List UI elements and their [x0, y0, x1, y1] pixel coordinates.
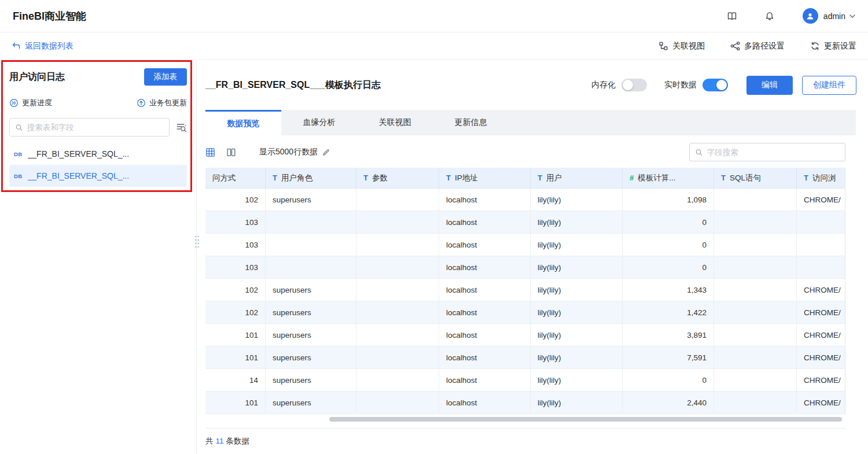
column-label: 访问浏 — [812, 173, 836, 183]
table-cell: superusers — [266, 301, 356, 324]
edit-pencil-icon[interactable] — [322, 148, 330, 157]
table-cell — [714, 189, 797, 211]
notification-bell-icon[interactable] — [764, 11, 775, 21]
table-cell: lily(lily) — [531, 392, 623, 414]
subbar-actions: 关联视图 多路径设置 更新设置 — [659, 41, 856, 51]
table-cell: lily(lily) — [531, 346, 623, 369]
table-list-item[interactable]: DB__FR_BI_SERVER_SQL_... — [9, 143, 187, 165]
row-limit-control: 显示5000行数据 — [259, 147, 330, 157]
table-cell: 0 — [623, 211, 714, 234]
table-cell — [714, 369, 797, 392]
tab-3[interactable]: 更新信息 — [433, 110, 509, 135]
table-row: 103localhostlily(lily)0 — [205, 211, 845, 234]
action-label: 多路径设置 — [744, 41, 785, 51]
multipath-settings-button[interactable]: 多路径设置 — [730, 41, 785, 51]
update-progress-button[interactable]: 更新进度 — [9, 98, 52, 108]
edit-button[interactable]: 编辑 — [746, 76, 793, 95]
table-cell: CHROME/ — [797, 279, 845, 301]
add-table-button[interactable]: 添加表 — [144, 68, 187, 86]
sidebar-search-box[interactable] — [9, 118, 170, 136]
table-cell: 7,591 — [623, 346, 714, 369]
table-cell — [356, 256, 439, 279]
table-cell: localhost — [439, 324, 531, 346]
table-list-item[interactable]: DB__FR_BI_SERVER_SQL_... — [9, 165, 187, 187]
table-cell — [714, 234, 797, 256]
db-table-icon: DB — [14, 173, 23, 179]
grid-view-icon[interactable] — [205, 147, 215, 157]
horizontal-scrollbar[interactable] — [329, 417, 842, 422]
realtime-toggle[interactable] — [703, 79, 728, 91]
filter-search-icon[interactable] — [176, 122, 187, 133]
table-cell: lily(lily) — [531, 301, 623, 324]
search-icon — [15, 123, 23, 132]
column-header[interactable]: T参数 — [356, 168, 439, 188]
table-cell: 103 — [205, 256, 266, 279]
table-name: __FR_BI_SERVER_SQL_... — [28, 171, 130, 180]
docs-book-icon[interactable] — [726, 11, 738, 21]
package-update-button[interactable]: 业务包更新 — [137, 98, 187, 108]
column-label: 模板计算... — [638, 173, 675, 183]
package-update-icon — [137, 98, 146, 108]
column-header[interactable]: #模板计算... — [623, 168, 714, 188]
column-header[interactable]: TSQL语句 — [714, 168, 797, 188]
action-label: 关联视图 — [672, 41, 705, 51]
create-component-button[interactable]: 创建组件 — [802, 76, 856, 95]
table-cell — [797, 256, 845, 279]
text-type-icon: T — [538, 174, 542, 182]
package-title: 用户访问日志 — [9, 71, 65, 83]
tab-0[interactable]: 数据预览 — [205, 110, 281, 135]
tab-1[interactable]: 血缘分析 — [281, 110, 357, 135]
text-type-icon: T — [446, 174, 451, 182]
user-menu[interactable]: admin — [803, 8, 855, 24]
package-update-label: 业务包更新 — [149, 98, 187, 108]
table-cell: 0 — [623, 256, 714, 279]
text-type-icon: T — [273, 174, 277, 182]
package-actions: 更新进度 业务包更新 — [9, 98, 187, 108]
table-cell — [714, 324, 797, 346]
view-switch-icons — [205, 147, 236, 157]
update-progress-icon — [9, 98, 19, 108]
linked-view-button[interactable]: 关联视图 — [659, 41, 705, 51]
table-cell — [266, 256, 356, 279]
update-settings-button[interactable]: 更新设置 — [810, 41, 856, 51]
table-cell: localhost — [439, 301, 531, 324]
table-cell: 102 — [205, 279, 266, 301]
dataset-title: __FR_BI_SERVER_SQL___模板执行日志 — [205, 79, 381, 91]
table-cell: 1,098 — [623, 189, 714, 211]
table-cell — [356, 346, 439, 369]
dataset-header: __FR_BI_SERVER_SQL___模板执行日志 内存化 实时数据 编辑 … — [205, 60, 856, 110]
column-header[interactable]: T用户 — [531, 168, 623, 188]
table-cell — [356, 234, 439, 256]
table-cell: localhost — [439, 211, 531, 234]
table-cell — [356, 392, 439, 414]
table-cell: 102 — [205, 189, 266, 211]
table-cell: CHROME/ — [797, 346, 845, 369]
memory-toggle[interactable] — [621, 79, 647, 91]
sidebar-search-input[interactable] — [27, 123, 164, 132]
tab-2[interactable]: 关联视图 — [357, 110, 433, 135]
table-cell: 101 — [205, 324, 266, 346]
table-cell: lily(lily) — [531, 189, 623, 211]
column-header[interactable]: TIP地址 — [439, 168, 531, 188]
table-cell — [797, 234, 845, 256]
table-cell: CHROME/ — [797, 369, 845, 392]
username: admin — [823, 12, 845, 21]
table-cell: localhost — [439, 346, 531, 369]
sidebar-resize-handle[interactable] — [194, 235, 200, 250]
column-label: SQL语句 — [730, 173, 761, 183]
data-preview-table: 问方式T用户角色T参数TIP地址T用户#模板计算...TSQL语句T访问浏 10… — [205, 168, 845, 414]
realtime-toggle-label: 实时数据 — [664, 80, 697, 90]
table-cell: 103 — [205, 211, 266, 234]
field-search-input[interactable] — [707, 148, 840, 157]
card-view-icon[interactable] — [226, 147, 236, 157]
sub-toolbar: 返回数据列表 关联视图 多路径设置 更 — [0, 32, 868, 60]
column-header[interactable]: T访问浏 — [797, 168, 845, 188]
column-label: 问方式 — [212, 173, 236, 183]
field-search-box[interactable] — [689, 143, 845, 161]
back-to-data-list-link[interactable]: 返回数据列表 — [12, 41, 73, 51]
column-header[interactable]: T用户角色 — [266, 168, 356, 188]
horizontal-scrollbar-track — [205, 416, 845, 423]
table-cell: superusers — [266, 324, 356, 346]
table-cell: localhost — [439, 369, 531, 392]
column-header[interactable]: 问方式 — [205, 168, 266, 188]
